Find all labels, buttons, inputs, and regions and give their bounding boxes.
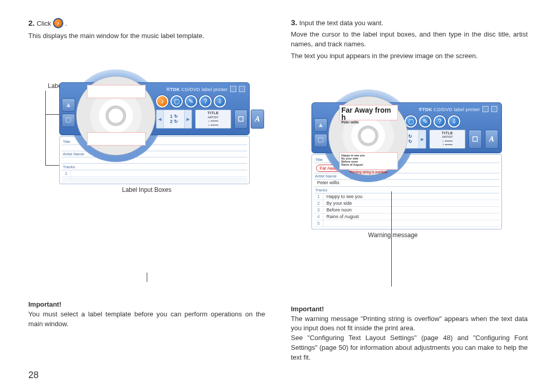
step-3-line: 3. Input the text data you want.	[291, 18, 528, 27]
track-row[interactable]: 1Happy to see you	[314, 193, 499, 200]
right-column: 3. Input the text data you want. Move th…	[291, 18, 528, 363]
help-button[interactable]: ?	[199, 95, 212, 108]
important-label-left: Important!	[28, 300, 265, 308]
app-window-left: ®TDK CD/DVD label printer ♪ ▢ ✎	[59, 82, 250, 184]
new-button[interactable]: ▢	[170, 95, 183, 108]
chevron-right-icon[interactable]: ►	[419, 130, 426, 148]
tools-button[interactable]: ✎	[185, 95, 197, 108]
cd-preview	[76, 76, 155, 155]
import-button[interactable]: ⇩	[448, 115, 460, 128]
cd-tracks-field[interactable]	[87, 132, 146, 146]
layout-preview[interactable]: TITLE ARTIST ♪ ▪▪▪▪▪▪▪ ♪ ▪▪▪▪▪▪▪	[195, 110, 231, 129]
step-3-number: 3.	[291, 18, 298, 27]
figure-left: Label Preview Image ®TDK CD/DVD label pr…	[28, 82, 265, 293]
print-button[interactable]: ☐	[468, 130, 482, 149]
layout-preview[interactable]: TITLE ARTIST ♪ ▪▪▪▪▪▪▪ ♪ ▪▪▪▪▪▪▪	[429, 130, 465, 149]
overflow-warning: *Printing string is overflow.	[340, 171, 397, 174]
manual-page: 2. Click . This displays the main window…	[28, 18, 533, 363]
track-row[interactable]: 1	[62, 170, 247, 177]
page-number: 28	[28, 370, 39, 381]
eject-button[interactable]: ▲	[62, 98, 75, 112]
font-button[interactable]: A	[485, 130, 498, 149]
track-row[interactable]: 3Before noon	[314, 207, 499, 213]
left-column: 2. Click . This displays the main window…	[28, 18, 265, 363]
artist-input[interactable]	[62, 157, 247, 164]
eject-icon: ▲	[318, 121, 324, 129]
important-text-right: The warning message "Printing string is …	[291, 314, 528, 363]
printer-icon: ☐	[318, 136, 324, 144]
chevron-right-icon[interactable]: ►	[184, 110, 192, 128]
cd-title-field[interactable]	[87, 85, 146, 98]
cd-hole	[106, 105, 126, 126]
template-nav[interactable]: ◄ 1 ↻ 2 ↻ ►	[156, 110, 192, 129]
step-2-line: 2. Click .	[28, 18, 265, 28]
artist-input[interactable]: Peter willis	[314, 180, 499, 187]
step-2-text: Click	[37, 20, 51, 27]
left-side-buttons: ▲ ☐	[62, 98, 75, 127]
close-icon[interactable]	[239, 86, 245, 92]
app-window-right: Far Away from h Peter willis Happy to se…	[311, 102, 502, 229]
figure-right: Far Away from h Peter willis Happy to se…	[291, 102, 528, 298]
cd-tracks-field[interactable]: Happy to see you By your side Before noo…	[339, 152, 398, 170]
print-button[interactable]: ☐	[234, 110, 248, 129]
step-3-desc2: The text you input appears in the previe…	[291, 51, 528, 61]
titlebar-text: CD/DVD label printer	[433, 107, 480, 112]
close-icon[interactable]	[491, 106, 497, 112]
brand-text: ®TDK	[419, 107, 432, 112]
print-side-button[interactable]: ☐	[314, 134, 327, 147]
printer-icon: ☐	[65, 116, 72, 124]
step-2-period: .	[65, 20, 67, 27]
round-buttons-row: ♪ ▢ ✎ ? ⇩	[156, 95, 264, 108]
minimize-icon[interactable]	[230, 86, 236, 92]
eject-button[interactable]: ▲	[314, 118, 327, 132]
minimize-icon[interactable]	[482, 106, 489, 112]
left-side-buttons: ▲ ☐	[314, 118, 327, 147]
important-label-right: Important!	[291, 305, 528, 313]
brand-text: ®TDK	[166, 87, 180, 92]
eject-icon: ▲	[65, 101, 72, 109]
cd-title-field[interactable]: Far Away from h Peter willis	[339, 105, 398, 120]
step-2-desc: This displays the main window for the mu…	[28, 31, 265, 41]
step-2-number: 2.	[28, 19, 35, 27]
step-3-desc1: Move the cursor to the label input boxes…	[291, 30, 528, 49]
tools-button[interactable]: ✎	[419, 115, 431, 128]
track-row[interactable]: 5	[314, 220, 499, 227]
help-button[interactable]: ?	[433, 115, 446, 128]
font-button[interactable]: A	[251, 110, 264, 129]
music-template-icon	[53, 18, 63, 28]
titlebar-text: CD/DVD label printer	[181, 87, 228, 92]
track-row[interactable]: 4Rains of August	[314, 213, 499, 220]
track-row[interactable]: 2By your side	[314, 200, 499, 207]
tracks-label: Tracks	[314, 187, 499, 193]
print-side-button[interactable]: ☐	[62, 114, 75, 127]
important-text-left: You must select a label template before …	[28, 310, 265, 329]
track-row[interactable]	[62, 180, 247, 182]
music-button[interactable]: ♪	[156, 95, 168, 108]
import-button[interactable]: ⇩	[214, 95, 226, 108]
chevron-left-icon[interactable]: ◄	[157, 110, 164, 128]
callout-warning: Warning message	[368, 231, 528, 239]
mid-row: ◄ 1 ↻ 2 ↻ ► TITLE ARTIST	[156, 110, 264, 129]
step-3-text: Input the text data you want.	[299, 19, 383, 27]
callout-inputs: Label Input Boxes	[28, 186, 265, 193]
tracks-label: Tracks	[62, 164, 247, 170]
cd-preview: Far Away from h Peter willis Happy to se…	[328, 96, 408, 175]
cd-hole	[358, 126, 378, 146]
